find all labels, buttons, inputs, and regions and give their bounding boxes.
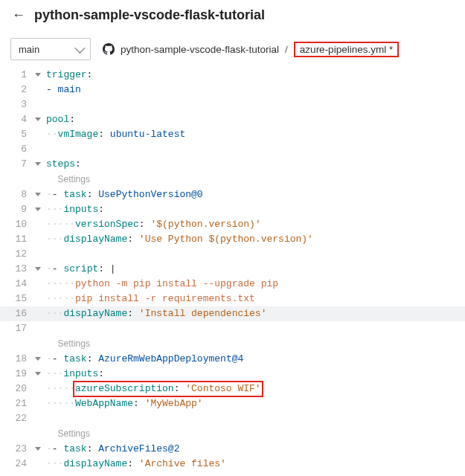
code-line: 4pool: xyxy=(0,112,465,127)
code-line: 3 xyxy=(0,97,465,112)
code-line: 18·- task: AzureRmWebAppDeployment@4 xyxy=(0,352,465,367)
code-line: 5··vmImage: ubuntu-latest xyxy=(0,127,465,142)
fold-icon[interactable] xyxy=(35,118,41,121)
code-line: 19···inputs: xyxy=(0,367,465,382)
code-line: 2- main xyxy=(0,83,465,97)
fold-icon[interactable] xyxy=(35,267,41,271)
fold-icon[interactable] xyxy=(35,447,41,451)
code-line: 12 xyxy=(0,247,465,262)
settings-codelens[interactable]: Settings xyxy=(58,428,90,439)
code-line: 9···inputs: xyxy=(0,202,465,217)
fold-icon[interactable] xyxy=(35,162,41,166)
breadcrumb-file: azure-pipelines.yml * xyxy=(294,42,399,57)
code-line: 15·····pip install -r requirements.txt xyxy=(0,292,465,306)
code-editor[interactable]: 1trigger: 2- main 3 4pool: 5··vmImage: u… xyxy=(0,65,465,475)
code-line: 13·- script: | xyxy=(0,262,465,277)
breadcrumb-repo[interactable]: python-sample-vscode-flask-tutorial xyxy=(121,44,279,55)
fold-icon[interactable] xyxy=(35,73,41,77)
fold-icon[interactable] xyxy=(35,357,41,361)
fold-icon[interactable] xyxy=(35,372,41,376)
code-line: 14·····python -m pip install --upgrade p… xyxy=(0,277,465,292)
code-line: 6 xyxy=(0,142,465,157)
code-lens: Settings xyxy=(0,336,465,352)
code-line: 10·····versionSpec: '$(python.version)' xyxy=(0,217,465,232)
page-title: python-sample-vscode-flask-tutorial xyxy=(34,7,265,23)
chevron-down-icon xyxy=(74,43,85,54)
code-line: 22 xyxy=(0,411,465,426)
code-line: 11···displayName: 'Use Python $(python.v… xyxy=(0,232,465,247)
breadcrumb-sep: / xyxy=(285,44,288,55)
breadcrumb: python-sample-vscode-flask-tutorial / az… xyxy=(103,42,399,57)
back-button[interactable]: ← xyxy=(12,7,25,23)
settings-codelens[interactable]: Settings xyxy=(58,174,90,184)
code-line: 8·- task: UsePythonVersion@0 xyxy=(0,187,465,202)
fold-icon[interactable] xyxy=(35,208,41,211)
code-lens: Settings xyxy=(0,426,465,442)
fold-icon[interactable] xyxy=(35,193,41,196)
code-line: 21·····WebAppName: 'MyWebApp' xyxy=(0,396,465,411)
code-line: 16···displayName: 'Install dependencies' xyxy=(0,306,465,321)
code-line: 17 xyxy=(0,321,465,336)
code-line: 1trigger: xyxy=(0,68,465,83)
code-line: 23·- task: ArchiveFiles@2 xyxy=(0,442,465,457)
code-line: 7steps: xyxy=(0,157,465,172)
branch-dropdown[interactable]: main xyxy=(10,38,91,60)
code-lens: Settings xyxy=(0,172,465,187)
github-icon xyxy=(103,43,115,55)
code-line: 20·····azureSubscription: 'Contoso WIF' xyxy=(0,382,465,396)
code-line: 24···displayName: 'Archive files' xyxy=(0,457,465,472)
settings-codelens[interactable]: Settings xyxy=(58,338,90,349)
branch-name: main xyxy=(19,44,39,55)
